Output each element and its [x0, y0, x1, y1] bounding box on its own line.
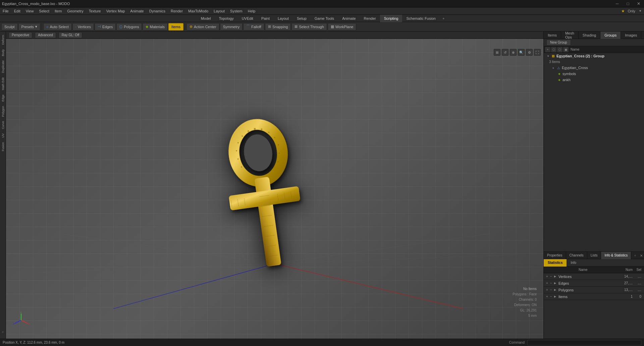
- edges-remove[interactable]: −: [549, 281, 553, 285]
- menu-animate[interactable]: Animate: [127, 7, 146, 15]
- tab-uvedit[interactable]: UVEdit: [238, 15, 257, 22]
- tab-schematic-fusion[interactable]: Schematic Fusion: [402, 15, 439, 22]
- menu-maxtomodo[interactable]: MaxToModo: [185, 7, 211, 15]
- menu-geometry[interactable]: Geometry: [64, 7, 86, 15]
- vertices-remove[interactable]: −: [549, 275, 553, 279]
- menu-help[interactable]: Help: [245, 7, 258, 15]
- viewport-canvas[interactable]: ⊞ ↺ ⊕ 🔍 ⚙ ⛶: [6, 39, 543, 339]
- vertices-button[interactable]: · Vertices: [72, 23, 94, 31]
- perspective-button[interactable]: Perspective: [9, 32, 32, 38]
- tab-model[interactable]: Model: [197, 15, 215, 22]
- sidebar-fusion[interactable]: Fusion: [1, 140, 5, 153]
- scene-collapse-button[interactable]: ⬡: [557, 47, 562, 52]
- menu-view[interactable]: View: [23, 7, 37, 15]
- action-center-button[interactable]: ⊕ Action Center: [186, 23, 219, 31]
- ray-gl-button[interactable]: Ray GL: Off: [59, 32, 83, 38]
- vertices-expand[interactable]: ▶: [553, 275, 557, 279]
- new-group-button[interactable]: New Group: [546, 40, 571, 46]
- bottom-panel-close[interactable]: ✕: [640, 254, 643, 257]
- vp-tool-settings[interactable]: ⚙: [526, 49, 533, 56]
- tab-render[interactable]: Render: [360, 15, 380, 22]
- sidebar-polygon[interactable]: Polygon: [1, 104, 5, 119]
- items-remove[interactable]: −: [549, 295, 553, 299]
- tab-add-button[interactable]: +: [440, 16, 447, 20]
- minimize-button[interactable]: ─: [612, 0, 623, 7]
- sidebar-curve[interactable]: Curve: [1, 119, 5, 131]
- tab-scripting[interactable]: Scripting: [380, 15, 402, 22]
- sidebar-uv[interactable]: UV: [1, 131, 5, 140]
- vp-tool-search[interactable]: 🔍: [518, 49, 525, 56]
- bottom-tab-add[interactable]: +: [631, 253, 639, 257]
- scene-mesh-item[interactable]: ▸ △ Egyptian_Cross: [544, 65, 644, 71]
- menu-layout[interactable]: Layout: [211, 7, 227, 15]
- select-through-button[interactable]: ⊠ Select Through: [291, 23, 327, 31]
- sidebar-deform[interactable]: Deform: [1, 33, 5, 47]
- edges-button[interactable]: ⊣ Edges: [95, 23, 116, 31]
- polygons-button[interactable]: ◻ Polygons: [116, 23, 142, 31]
- tab-topology[interactable]: Topology: [215, 15, 238, 22]
- menu-select[interactable]: Select: [36, 7, 52, 15]
- close-button[interactable]: ✕: [633, 0, 644, 7]
- tab-channels[interactable]: Channels: [566, 252, 587, 259]
- menu-file[interactable]: File: [0, 7, 11, 15]
- tab-mesh-ops[interactable]: Mesh Ops: [561, 32, 579, 39]
- vp-tool-refresh[interactable]: ↺: [502, 49, 508, 56]
- items-add[interactable]: +: [545, 295, 549, 299]
- vp-tool-frame[interactable]: ⊞: [494, 49, 500, 56]
- items-button[interactable]: Items: [168, 23, 183, 31]
- sculpt-button[interactable]: Sculpt: [1, 23, 18, 31]
- symmetry-button[interactable]: Symmetry: [220, 23, 243, 31]
- tab-info[interactable]: Info: [567, 259, 580, 267]
- workplane-button[interactable]: ▦ WorkPlane: [328, 23, 357, 31]
- tab-add-right[interactable]: +: [641, 33, 644, 37]
- scene-group-item[interactable]: ▾ ▤ Egyptian_Cross (2) : Group: [544, 53, 644, 59]
- scene-item-ankh[interactable]: ◈ ankh: [544, 77, 644, 83]
- tab-lists[interactable]: Lists: [587, 252, 601, 259]
- scene-item-symbols[interactable]: ◈ symbols: [544, 71, 644, 77]
- vertices-add[interactable]: +: [545, 275, 549, 279]
- tab-images[interactable]: Images: [621, 32, 641, 39]
- menu-render[interactable]: Render: [168, 7, 185, 15]
- menu-dynamics[interactable]: Dynamics: [147, 7, 168, 15]
- menu-edit[interactable]: Edit: [11, 7, 23, 15]
- menu-system[interactable]: System: [227, 7, 245, 15]
- advanced-button[interactable]: Advanced: [35, 32, 56, 38]
- auto-select-button[interactable]: ○ Auto Select: [43, 23, 72, 31]
- edges-expand[interactable]: ▶: [553, 281, 557, 285]
- tab-layout[interactable]: Layout: [274, 15, 293, 22]
- edges-add[interactable]: +: [545, 281, 549, 285]
- command-input[interactable]: [527, 340, 641, 345]
- falloff-button[interactable]: ⌒ Falloff: [243, 23, 264, 31]
- tab-groups[interactable]: Groups: [600, 32, 621, 39]
- tab-animate[interactable]: Animate: [338, 15, 360, 22]
- tab-game-tools[interactable]: Game Tools: [311, 15, 338, 22]
- menu-item[interactable]: Item: [52, 7, 64, 15]
- tab-statistics[interactable]: Statistics: [544, 259, 567, 267]
- items-expand[interactable]: ▶: [553, 295, 557, 299]
- tab-setup[interactable]: Setup: [293, 15, 311, 22]
- sidebar-math-edit[interactable]: Math Edit: [1, 75, 5, 92]
- vp-tool-expand[interactable]: ⛶: [534, 49, 541, 56]
- scene-filter-button[interactable]: ▣: [563, 47, 569, 52]
- materials-button[interactable]: ◈ Materials: [143, 23, 168, 31]
- sidebar-edge[interactable]: Edge: [1, 93, 5, 104]
- tab-items[interactable]: Items: [544, 32, 561, 39]
- maximize-button[interactable]: □: [623, 0, 633, 7]
- vp-tool-zoom[interactable]: ⊕: [510, 49, 517, 56]
- polygons-add[interactable]: +: [545, 288, 549, 292]
- sidebar-body[interactable]: Body: [1, 47, 5, 58]
- presets-button[interactable]: Presets ▾: [18, 23, 40, 31]
- menu-vertex-map[interactable]: Vertex Map: [104, 7, 128, 15]
- scene-expand-button[interactable]: ⬡: [551, 47, 556, 52]
- scene-add-button[interactable]: +: [545, 47, 550, 52]
- tab-paint[interactable]: Paint: [257, 15, 274, 22]
- snapping-button[interactable]: ⊞ Snapping: [265, 23, 291, 31]
- tab-properties[interactable]: Properties: [544, 252, 566, 259]
- tab-info-statistics[interactable]: Info & Statistics: [601, 252, 631, 259]
- menu-texture[interactable]: Texture: [86, 7, 104, 15]
- polygons-expand[interactable]: ▶: [553, 288, 557, 292]
- polygons-remove[interactable]: −: [549, 288, 553, 292]
- tab-shading[interactable]: Shading: [579, 32, 600, 39]
- sidebar-duplicate[interactable]: Duplicate: [1, 58, 5, 75]
- sidebar-bottom-btn[interactable]: ○: [1, 328, 4, 336]
